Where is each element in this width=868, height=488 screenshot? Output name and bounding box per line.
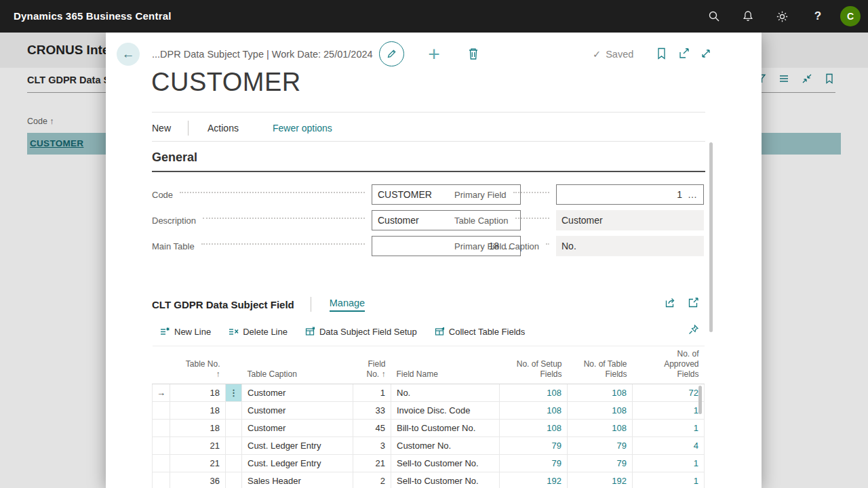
menu-separator <box>188 121 189 136</box>
code-label: Code <box>152 190 173 200</box>
bookmark-page-button[interactable] <box>656 47 670 61</box>
table-fields-link[interactable]: 108 <box>568 420 633 437</box>
table-row[interactable]: 36 Sales Header 2 Sell-to Customer No. 1… <box>153 472 705 488</box>
expand-page-button[interactable] <box>700 47 713 61</box>
col-table-caption[interactable]: Table Caption <box>242 346 353 384</box>
back-button[interactable]: ← <box>117 43 140 66</box>
table-row[interactable]: 21 Cust. Ledger Entry 21 Sell-to Custome… <box>153 455 705 472</box>
action-menu: New Actions Fewer options <box>152 115 332 141</box>
dotted-leader <box>201 243 365 245</box>
setup-fields-link[interactable]: 108 <box>500 384 568 402</box>
approved-fields-link[interactable]: 4 <box>633 437 705 455</box>
new-record-button[interactable]: + <box>422 41 446 66</box>
part-title: CLT GDPR Data Subject Field <box>152 299 294 310</box>
menu-fewer-options[interactable]: Fewer options <box>273 123 332 134</box>
screen: CRONUS Inte CLT GDPR Data Su Code ↑ CUST… <box>0 0 868 488</box>
open-window-icon <box>678 47 692 60</box>
delete-line-button[interactable]: Delete Line <box>229 327 288 337</box>
collect-fields-icon <box>435 327 445 336</box>
dotted-leader <box>546 243 549 245</box>
settings-button[interactable] <box>774 8 790 24</box>
table-row[interactable]: 21 Cust. Ledger Entry 3 Customer No. 79 … <box>153 437 705 455</box>
main-table-label: Main Table <box>152 241 195 251</box>
edit-button[interactable] <box>379 41 404 66</box>
row-menu-button[interactable]: ⋮ <box>226 384 242 402</box>
approved-fields-link[interactable]: 1 <box>633 402 705 420</box>
setup-fields-link[interactable]: 192 <box>500 472 568 488</box>
dotted-leader <box>180 192 365 193</box>
primary-field-caption-label: Primary Field Caption <box>454 241 539 251</box>
part-separator <box>311 297 311 312</box>
focus-mode-button[interactable] <box>688 297 701 310</box>
setup-fields-link[interactable]: 79 <box>500 437 568 455</box>
search-icon <box>708 10 720 22</box>
approved-fields-link[interactable]: 1 <box>633 420 705 437</box>
table-fields-link[interactable]: 79 <box>568 455 633 472</box>
col-approved-fields[interactable]: No. ofApprovedFields <box>633 346 705 384</box>
primary-field-caption-row: Primary Field Caption No. <box>454 236 704 256</box>
share-button[interactable] <box>665 297 677 310</box>
search-button[interactable] <box>706 8 722 24</box>
table-caption-label: Table Caption <box>454 216 509 226</box>
bookmark-icon <box>656 47 670 60</box>
table-row[interactable]: 18 Customer 45 Bill-to Customer No. 108 … <box>153 420 705 437</box>
col-setup-fields[interactable]: No. of SetupFields <box>500 346 568 384</box>
field-setup-icon <box>305 327 315 336</box>
menu-new[interactable]: New <box>152 123 171 134</box>
primary-field-caption-value: No. <box>556 236 704 256</box>
back-arrow-icon: ← <box>122 47 135 62</box>
current-row-arrow-icon: → <box>157 388 165 398</box>
primary-field-input[interactable]: 1 … <box>556 184 704 205</box>
data-subject-field-table: Table No.↑ Table Caption FieldNo. ↑ Fiel… <box>152 346 705 488</box>
saved-label: Saved <box>606 43 633 66</box>
check-icon: ✓ <box>593 43 601 66</box>
table-header-row: Table No.↑ Table Caption FieldNo. ↑ Fiel… <box>153 346 705 384</box>
setup-fields-link[interactable]: 79 <box>500 455 568 472</box>
app-title: Dynamics 365 Business Central <box>14 0 172 33</box>
record-title: CUSTOMER <box>151 68 301 97</box>
approved-fields-link[interactable]: 72 <box>633 384 705 402</box>
col-field-no[interactable]: FieldNo. ↑ <box>353 346 391 384</box>
table-fields-link[interactable]: 108 <box>568 384 633 402</box>
menu-actions[interactable]: Actions <box>208 123 239 134</box>
data-subject-field-setup-button[interactable]: Data Subject Field Setup <box>305 327 417 337</box>
focus-mode-icon <box>688 297 701 308</box>
table-fields-link[interactable]: 108 <box>568 402 633 420</box>
approved-fields-link[interactable]: 1 <box>633 472 705 488</box>
user-avatar[interactable]: C <box>840 6 861 26</box>
open-in-window-button[interactable] <box>678 47 692 61</box>
divider <box>152 141 705 142</box>
table-row[interactable]: 18 Customer 33 Invoice Disc. Code 108 10… <box>153 402 705 420</box>
data-subject-type-page: ← ...DPR Data Subject Type | Work Date: … <box>106 33 762 488</box>
help-icon: ? <box>814 9 821 23</box>
page-breadcrumb: ...DPR Data Subject Type | Work Date: 25… <box>152 43 373 66</box>
new-line-button[interactable]: New Line <box>160 327 211 337</box>
table-fields-link[interactable]: 192 <box>568 472 633 488</box>
pin-toolbar-button[interactable] <box>688 324 700 336</box>
table-fields-link[interactable]: 79 <box>568 437 633 455</box>
assist-edit-icon[interactable]: … <box>688 189 698 200</box>
table-scrollbar-thumb[interactable] <box>698 386 702 414</box>
top-navigation-bar: Dynamics 365 Business Central ? C <box>0 0 868 33</box>
dotted-leader <box>513 192 549 193</box>
page-scrollbar-thumb[interactable] <box>709 142 713 332</box>
col-table-no[interactable]: Table No.↑ <box>170 346 226 384</box>
table-row[interactable]: → 18 ⋮ Customer 1 No. 108 108 72 <box>153 384 705 402</box>
trash-icon <box>467 46 483 61</box>
approved-fields-link[interactable]: 1 <box>633 455 705 472</box>
general-section-underline <box>152 171 705 172</box>
pin-icon <box>688 324 700 336</box>
setup-fields-link[interactable]: 108 <box>500 402 568 420</box>
col-row-indicator <box>153 346 170 384</box>
collect-table-fields-button[interactable]: Collect Table Fields <box>435 327 525 337</box>
setup-fields-link[interactable]: 108 <box>500 420 568 437</box>
notifications-button[interactable] <box>740 8 756 24</box>
col-row-menu <box>226 346 242 384</box>
col-table-fields[interactable]: No. of TableFields <box>568 346 633 384</box>
delete-record-button[interactable] <box>467 46 483 62</box>
part-header: CLT GDPR Data Subject Field Manage <box>152 296 365 313</box>
manage-tab[interactable]: Manage <box>330 298 365 312</box>
col-field-name[interactable]: Field Name <box>391 346 500 384</box>
table-caption-value: Customer <box>556 210 704 230</box>
help-button[interactable]: ? <box>810 8 826 24</box>
